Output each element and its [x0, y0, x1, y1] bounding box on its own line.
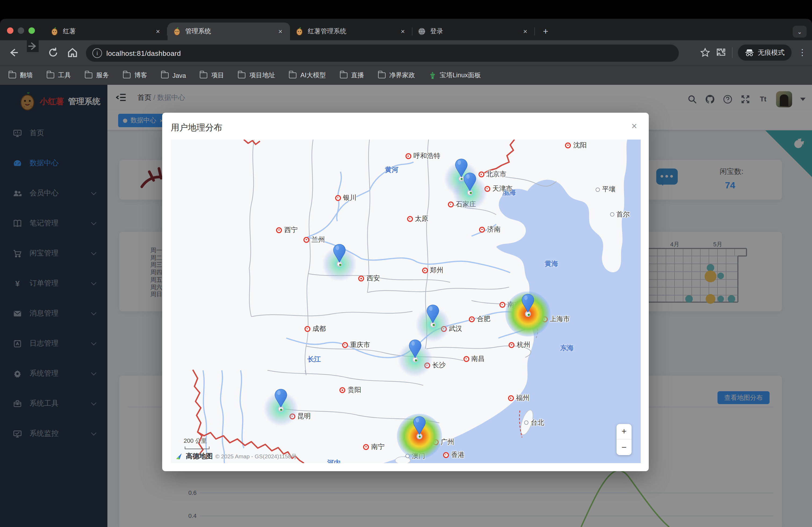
city-label-capital: 济南 [479, 225, 501, 234]
city-label-town: 平壤 [596, 185, 616, 194]
tab-close-icon[interactable]: × [276, 27, 285, 36]
folder-icon [238, 73, 246, 78]
window-controls[interactable] [7, 27, 35, 34]
tab-strip: 红薯×管理系统×红薯管理系统×登录×+ ⌄ [0, 19, 812, 40]
browser-tab-2[interactable]: 红薯管理系统× [290, 22, 412, 40]
tab-title: 红薯管理系统 [308, 27, 398, 36]
water-label: 河内 [327, 458, 340, 463]
reload-button[interactable] [47, 47, 59, 59]
capital-marker-icon [463, 356, 469, 362]
capital-marker-icon [508, 395, 514, 402]
bookmark-9[interactable]: 净界家政 [378, 71, 415, 80]
tab-title: 红薯 [63, 27, 154, 36]
capital-marker-icon [363, 444, 369, 450]
capital-marker-icon [335, 195, 341, 201]
zoom-window-button[interactable] [28, 27, 35, 34]
tab-close-icon[interactable]: × [521, 27, 530, 36]
capital-marker-icon [407, 216, 413, 222]
zoom-out-button[interactable]: − [617, 439, 632, 455]
town-marker-icon [610, 212, 614, 217]
potato-favicon-icon [50, 27, 59, 35]
potato-favicon-icon [173, 27, 181, 35]
city-label-capital: 郑州 [422, 266, 443, 275]
capital-marker-icon [303, 237, 309, 243]
bookmark-label: 翻墙 [20, 71, 33, 80]
bookmark-1[interactable]: 工具 [47, 71, 71, 80]
address-bar[interactable]: i localhost:81/dashboard [86, 45, 679, 62]
city-label-capital: 南昌 [463, 355, 485, 364]
bookmark-2[interactable]: 服务 [85, 71, 109, 80]
bookmark-6[interactable]: 项目地址 [238, 71, 275, 80]
city-label-capital: 西宁 [276, 226, 298, 235]
browser-tab-3[interactable]: 登录× [412, 22, 535, 40]
amap-container[interactable]: 沈阳呼和浩特北京市天津市银川石家庄太原济南西宁兰州郑州西安南京合肥上海市成都武汉… [171, 139, 641, 463]
folder-icon [9, 73, 16, 78]
folder-icon [378, 73, 385, 78]
toolbar-divider [732, 47, 733, 58]
bookmark-label: AI大模型 [301, 71, 326, 80]
minimize-window-button[interactable] [18, 27, 24, 34]
capital-marker-icon [305, 326, 310, 332]
bookmark-star-icon[interactable] [700, 47, 710, 58]
city-label-capital: 天津市 [484, 184, 512, 193]
folder-icon [123, 73, 130, 78]
bookmark-label: 净界家政 [389, 71, 415, 80]
browser-tab-1[interactable]: 管理系统× [168, 22, 290, 40]
scale-bar [185, 447, 209, 449]
amap-copyright: © 2025 Amap - GS(2024)1158号 [215, 453, 297, 460]
bookmark-label: 博客 [134, 71, 147, 80]
city-label-capital: 西安 [359, 274, 380, 283]
incognito-icon [745, 49, 754, 56]
map-geography [171, 139, 641, 463]
city-label-capital: 合肥 [469, 315, 490, 323]
capital-marker-icon [443, 452, 449, 458]
back-button[interactable] [8, 47, 19, 59]
home-button[interactable] [67, 47, 78, 59]
bookmark-10[interactable]: 宝塔Linux面板 [429, 71, 481, 80]
city-label-capital: 兰州 [303, 235, 325, 244]
amap-brand: 高德地图 [186, 452, 213, 461]
modal-title: 用户地理分布 [171, 122, 222, 134]
city-label-capital: 贵阳 [340, 386, 361, 395]
folder-icon [47, 73, 54, 78]
tab-search-button[interactable]: ⌄ [793, 26, 807, 37]
forward-button[interactable] [27, 40, 39, 52]
potato-favicon-icon [295, 27, 303, 35]
bookmark-label: 服务 [96, 71, 109, 80]
capital-marker-icon [469, 316, 475, 322]
bookmark-5[interactable]: 项目 [200, 71, 224, 80]
browser-tab-0[interactable]: 红薯× [45, 22, 168, 40]
site-info-icon[interactable]: i [92, 48, 102, 58]
amap-logo-icon [175, 452, 183, 461]
city-label-capital: 南宁 [363, 442, 385, 452]
bookmark-8[interactable]: 直播 [340, 71, 364, 80]
bookmark-4[interactable]: Java [161, 72, 186, 79]
bookmark-7[interactable]: AI大模型 [289, 71, 326, 80]
capital-marker-icon [565, 142, 571, 148]
incognito-badge[interactable]: 无痕模式 [738, 45, 792, 61]
capital-marker-icon [478, 171, 484, 177]
capital-marker-icon [509, 342, 515, 348]
menu-kebab-icon[interactable]: ⋮ [797, 47, 808, 58]
globe-favicon-icon [418, 27, 426, 35]
tab-close-icon[interactable]: × [398, 27, 407, 36]
close-window-button[interactable] [7, 27, 13, 34]
tab-close-icon[interactable]: × [154, 27, 162, 36]
url-text[interactable]: localhost:81/dashboard [106, 49, 181, 57]
folder-icon [289, 73, 297, 78]
modal-close-icon[interactable]: × [628, 120, 640, 132]
zoom-in-button[interactable]: + [617, 424, 632, 439]
capital-marker-icon [405, 153, 411, 160]
city-label-capital: 香港 [443, 451, 465, 460]
new-tab-button[interactable]: + [538, 24, 553, 39]
city-label-capital: 呼和浩特 [405, 152, 440, 161]
capital-marker-icon [422, 268, 428, 273]
extensions-icon[interactable] [716, 47, 727, 58]
bookmark-0[interactable]: 翻墙 [9, 71, 33, 80]
geo-distribution-modal: 用户地理分布 × [162, 113, 649, 471]
bookmark-3[interactable]: 博客 [123, 71, 147, 80]
town-marker-icon [524, 420, 529, 425]
city-label-capital: 杭州 [509, 341, 530, 350]
capital-marker-icon [276, 227, 282, 233]
city-label-town: 台北 [524, 418, 544, 427]
